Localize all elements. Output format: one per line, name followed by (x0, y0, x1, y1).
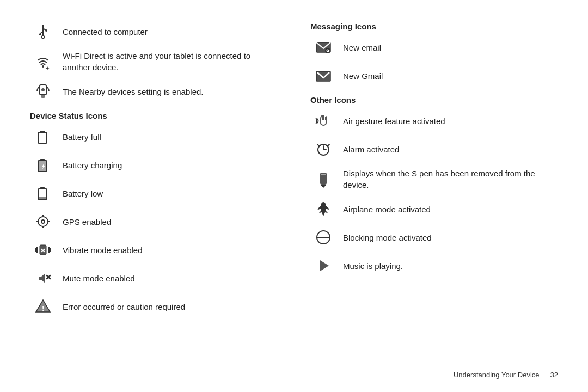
list-item: Displays when the S pen has been removed… (310, 168, 558, 191)
svg-text:!: ! (42, 304, 44, 313)
usb-label: Connected to computer (63, 26, 148, 38)
air-gesture-icon (310, 112, 336, 130)
gps-label: GPS enabled (63, 216, 111, 228)
airplane-icon (310, 200, 336, 218)
gps-icon (30, 213, 56, 230)
list-item: ! Error occurred or caution required (30, 297, 278, 316)
list-item: Music is playing. (310, 256, 558, 275)
list-item: Air gesture feature activated (310, 111, 558, 131)
svg-rect-16 (40, 187, 45, 189)
svg-rect-14 (40, 159, 45, 161)
music-label: Music is playing. (343, 260, 403, 272)
svg-point-3 (45, 29, 47, 32)
nearby-icon (30, 83, 56, 100)
left-column: Connected to computer ✦ Wi-Fi Direct is … (30, 22, 294, 376)
alarm-icon (310, 140, 336, 158)
svg-text:✦: ✦ (45, 65, 50, 70)
right-column: Messaging Icons New email (294, 22, 558, 376)
page: Connected to computer ✦ Wi-Fi Direct is … (0, 0, 588, 392)
battery-full-label: Battery full (63, 131, 101, 143)
list-item: Blocking mode activated (310, 228, 558, 247)
error-icon: ! (30, 298, 56, 315)
list-item: Battery full (30, 127, 278, 146)
music-icon (310, 257, 336, 274)
mute-label: Mute mode enabled (63, 273, 135, 284)
other-header: Other Icons (310, 95, 558, 105)
svg-point-1 (42, 36, 45, 39)
svg-point-38 (327, 50, 328, 51)
footer-title: Understanding Your Device (454, 371, 540, 379)
wifi-direct-icon: ✦ (30, 53, 56, 70)
list-item: ✦ Wi-Fi Direct is active and your tablet… (30, 50, 278, 73)
list-item: New Gmail (310, 66, 558, 85)
battery-low-label: Battery low (63, 188, 103, 199)
list-item: Alarm activated (310, 139, 558, 159)
vibrate-label: Vibrate mode enabled (63, 244, 143, 256)
svg-marker-45 (320, 185, 327, 188)
list-item: Vibrate mode enabled (30, 240, 278, 260)
s-pen-icon (310, 170, 336, 188)
alarm-label: Alarm activated (343, 144, 399, 155)
list-item: Airplane mode activated (310, 199, 558, 219)
battery-full-icon (30, 128, 56, 145)
footer-page: 32 (550, 371, 558, 379)
new-gmail-label: New Gmail (343, 70, 383, 82)
list-item: Mute mode enabled (30, 268, 278, 288)
error-label: Error occurred or caution required (63, 301, 185, 313)
svg-rect-9 (41, 95, 45, 98)
list-item: The Nearby devices setting is enabled. (30, 82, 278, 101)
battery-charging-label: Battery charging (63, 160, 122, 171)
wifi-direct-label: Wi-Fi Direct is active and your tablet i… (63, 50, 278, 73)
list-item: Connected to computer (30, 22, 278, 41)
svg-point-6 (42, 65, 44, 68)
new-gmail-icon (310, 67, 336, 84)
battery-low-icon (30, 185, 56, 202)
footer: Understanding Your Device 32 (454, 371, 558, 379)
nearby-label: The Nearby devices setting is enabled. (63, 86, 203, 97)
list-item: Battery charging (30, 155, 278, 175)
svg-point-19 (41, 220, 45, 223)
new-email-label: New email (343, 42, 381, 53)
svg-point-10 (41, 88, 45, 91)
svg-rect-5 (39, 34, 41, 35)
svg-point-18 (38, 217, 48, 226)
s-pen-label: Displays when the S pen has been removed… (343, 168, 558, 191)
new-email-icon (310, 39, 336, 56)
svg-rect-46 (321, 174, 326, 175)
battery-charging-icon (30, 156, 56, 174)
vibrate-icon (30, 241, 56, 259)
list-item: Battery low (30, 183, 278, 203)
airplane-label: Airplane mode activated (343, 204, 431, 215)
blocking-icon (310, 229, 336, 246)
air-gesture-label: Air gesture feature activated (343, 115, 445, 127)
svg-marker-49 (320, 260, 329, 271)
list-item: GPS enabled (30, 212, 278, 231)
svg-rect-12 (40, 131, 45, 132)
messaging-header: Messaging Icons (310, 22, 558, 31)
mute-icon (30, 270, 56, 287)
svg-rect-17 (39, 197, 46, 199)
list-item: New email (310, 38, 558, 57)
usb-icon (30, 23, 56, 40)
svg-rect-11 (38, 132, 47, 143)
device-status-header: Device Status Icons (30, 111, 278, 120)
blocking-label: Blocking mode activated (343, 232, 432, 243)
